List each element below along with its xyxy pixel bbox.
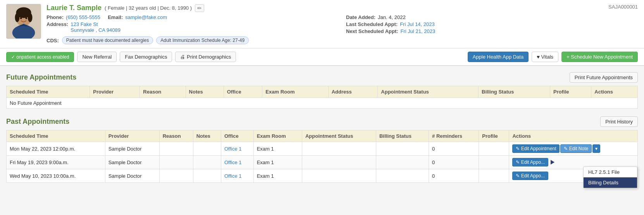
table-row: Fri May 19, 2023 9:00a.m. Sample Doctor … [7,156,638,169]
past-appointments-table: Scheduled Time Provider Reason Notes Off… [6,130,638,183]
patient-email[interactable]: sample@fake.com [125,14,167,20]
print-history-button[interactable]: Print History [600,116,638,127]
patient-last-appt[interactable]: Fri Jul 14, 2023 [400,21,435,27]
future-empty-message: No Future Appointment [7,98,638,109]
col-billing-status-future: Billing Status [479,86,550,98]
past-row3-provider: Sample Doctor [105,169,159,183]
vitals-button[interactable]: ♥ Vitals [532,52,558,62]
action-bar: ✓ onpatient access enabled New Referral … [0,49,644,66]
past-row3-notes [193,169,221,183]
past-row2-office: Office 1 [221,156,253,169]
past-row2-time: Fri May 19, 2023 9:00a.m. [7,156,105,169]
patient-next-appt[interactable]: Fri Jul 21, 2023 [401,28,436,34]
apple-health-button[interactable]: Apple Health App Data [468,52,529,62]
new-referral-button[interactable]: New Referral [77,52,117,62]
col-exam-room-past: Exam Room [253,130,302,142]
col-notes-past: Notes [193,130,221,142]
svg-point-7 [25,17,27,19]
cds-badge-1: Patient must have documented allergies [62,36,153,44]
col-scheduled-time-past: Scheduled Time [7,130,105,142]
cds-row: CDS: Patient must have documented allerg… [46,36,638,44]
svg-point-6 [20,17,22,19]
future-appointments-table: Scheduled Time Provider Reason Notes Off… [6,86,638,109]
past-row2-billing-status [376,156,429,169]
main-content: Future Appointments Print Future Appoint… [0,66,644,197]
past-row3-billing-status [376,169,429,183]
dropdown-toggle-row1[interactable]: ▾ [592,144,600,153]
col-appt-status-future: Appointment Status [378,86,479,98]
date-added-label: Date Added: [346,14,375,20]
schedule-appointment-button[interactable]: + Schedule New Appointment [561,52,638,62]
col-reason-past: Reason [159,130,193,142]
col-exam-room-future: Exam Room [262,86,328,98]
print-future-appointments-button[interactable]: Print Future Appointments [570,72,638,83]
past-row3-reminders: 0 [429,169,479,183]
col-scheduled-time-future: Scheduled Time [7,86,90,98]
patient-date-added: Jan. 4, 2022 [378,14,406,20]
past-row2-actions: ✎ Edit Appo... HL7 2.5.1 File Billing De… [509,156,638,169]
email-label: Email: [108,14,123,20]
col-office-future: Office [224,86,262,98]
col-actions-future: Actions [591,86,638,98]
patient-header: Laurie T. Sample ( Female | 32 years old… [0,0,644,49]
billing-details-menu-item[interactable]: Billing Details [584,177,637,188]
edit-appointment-button-row2[interactable]: ✎ Edit Appo... [512,158,548,166]
past-row3-exam-room: Exam 1 [253,169,302,183]
past-row1-appt-status [302,142,376,156]
patient-address-line2[interactable]: Sunnyvale , CA 94089 [71,27,121,33]
patient-address-line1[interactable]: 123 Fake St [71,21,98,27]
onpatient-access-button[interactable]: ✓ onpatient access enabled [6,52,74,62]
past-row3-office-link[interactable]: Office 1 [224,173,242,179]
past-row2-profile [479,156,509,169]
edit-appointment-button-row1[interactable]: ✎ Edit Appointment [512,144,560,153]
col-reason-future: Reason [140,86,186,98]
past-row3-appt-status [302,169,376,183]
cds-badge-2: Adult Immunization Schedule Age: 27-49 [156,36,249,44]
past-appointments-title: Past Appointments [6,118,69,126]
past-row3-profile [479,169,509,183]
address-label: Address: [46,21,68,27]
patient-name: Laurie T. Sample [46,4,102,12]
patient-phone[interactable]: (650) 555-5555 [66,14,100,20]
cds-label: CDS: [46,38,59,43]
past-row3-time: Wed May 10, 2023 10:00a.m. [7,169,105,183]
past-row1-time: Mon May 22, 2023 12:00p.m. [7,142,105,156]
fax-demographics-button[interactable]: Fax Demographics [120,52,172,62]
next-appt-label: Next Scheduled Appt: [346,28,398,34]
past-row3-office: Office 1 [221,169,253,183]
past-row1-notes [193,142,221,156]
edit-note-button-row1[interactable]: ✎ Edit Note [560,144,592,153]
action-dropdown-menu: HL7 2.5.1 File Billing Details [583,166,637,188]
past-row2-appt-status [302,156,376,169]
svg-point-4 [15,13,20,22]
svg-point-5 [28,13,33,22]
col-provider-future: Provider [90,86,140,98]
past-row1-office-link[interactable]: Office 1 [224,146,242,152]
patient-meta: ( Female | 32 years old | Dec. 8, 1990 ) [105,5,192,11]
hl7-menu-item[interactable]: HL7 2.5.1 File [584,167,637,177]
past-row2-exam-room: Exam 1 [253,156,302,169]
print-demographics-button[interactable]: 🖨 Print Demographics [175,52,236,62]
past-row2-office-link[interactable]: Office 1 [224,160,242,165]
edit-appointment-button-row3[interactable]: ✎ Edit Appo... [512,172,548,180]
patient-avatar [6,4,41,39]
past-row1-office: Office 1 [221,142,253,156]
last-appt-label: Last Scheduled Appt: [346,21,398,27]
col-appt-status-past: Appointment Status [302,130,376,142]
past-row1-reminders: 0 [429,142,479,156]
col-reminders-past: # Reminders [429,130,479,142]
past-row3-reason [159,169,193,183]
edit-patient-icon[interactable]: ✏ [195,4,204,12]
col-profile-past: Profile [479,130,509,142]
past-row1-exam-room: Exam 1 [253,142,302,156]
past-row1-provider: Sample Doctor [105,142,159,156]
past-row2-reminders: 0 [429,156,479,169]
table-row: Mon May 22, 2023 12:00p.m. Sample Doctor… [7,142,638,156]
col-billing-status-past: Billing Status [376,130,429,142]
col-office-past: Office [221,130,253,142]
future-empty-row: No Future Appointment [7,98,638,109]
dropdown-arrow-row2 [551,160,554,165]
col-provider-past: Provider [105,130,159,142]
phone-label: Phone: [46,14,64,20]
past-row1-profile [479,142,509,156]
